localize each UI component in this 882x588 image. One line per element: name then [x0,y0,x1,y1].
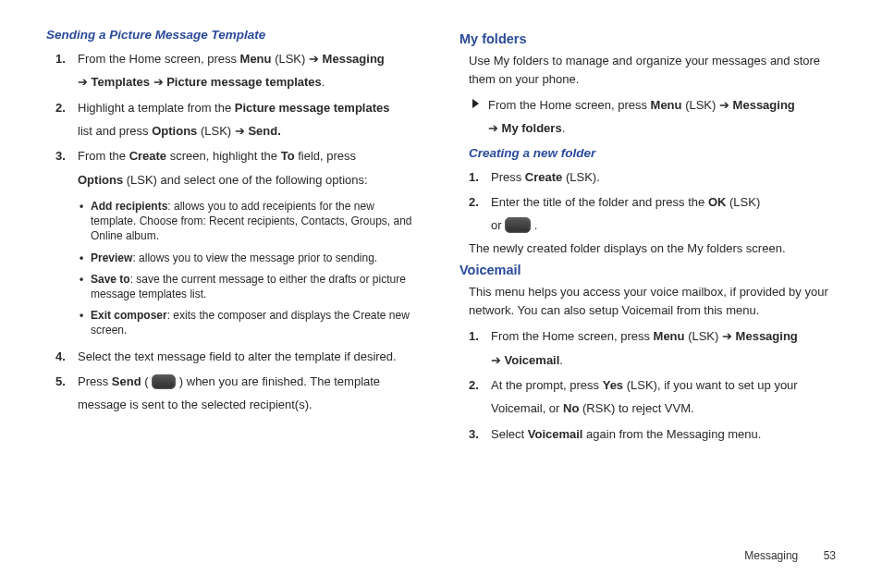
left-column: Sending a Picture Message Template From … [46,28,423,447]
my-folders-outro: The newly created folder displays on the… [459,239,836,258]
text: Press [491,170,525,184]
text: (RSK) to reject VVM. [579,401,693,415]
text: field, press [295,149,356,163]
center-key-icon [152,374,176,389]
bullet-exit-composer: Exit composer: exits the composer and di… [78,308,423,337]
heading-voicemail: Voicemail [459,263,836,277]
arrow-icon: ➔ [153,70,164,93]
heading-creating-folder: Creating a new folder [459,146,836,160]
bold: OK [708,195,727,209]
bullet-preview: Preview: allows you to view the message … [78,251,423,265]
bold: Exit composer [91,309,167,322]
text: (LSK). [562,170,599,184]
bold: Yes [603,378,623,392]
text: Enter the title of the folder and press … [491,195,708,209]
left-step-3: From the Create screen, highlight the To… [46,144,423,337]
creating-folder-steps: Press Create (LSK). Enter the title of t… [459,165,836,238]
arrow-icon: ➔ [235,119,245,142]
bold: Send. [245,124,281,138]
my-folders-intro: Use My folders to manage and organize yo… [459,52,836,88]
bold: Voicemail [528,427,583,441]
bullet-add-recipients: Add recipients: allows you to add receip… [78,199,423,244]
text: . [322,75,325,89]
text: or [491,218,505,232]
text: (LSK) [685,329,722,343]
text: list and press [78,124,152,138]
bold: Save to [91,273,130,286]
bold: Messaging [729,98,795,112]
left-step-2: Highlight a template from the Picture me… [46,96,423,143]
voicemail-intro: This menu helps you access your voice ma… [459,283,836,319]
left-step-1: From the Home screen, press Menu (LSK) ➔… [46,47,423,94]
text: . [562,121,566,135]
text: From the Home screen, press [488,98,651,112]
text: (LSK) [197,124,234,138]
bold: Menu [240,52,272,66]
my-folders-nav-step: From the Home screen, press Menu (LSK) ➔… [459,93,836,141]
text: Press [78,374,112,388]
two-column-layout: Sending a Picture Message Template From … [46,28,836,447]
footer-section: Messaging [744,549,798,562]
text: screen, highlight the [166,149,281,163]
bold: Picture message templates [164,75,322,89]
left-steps: From the Home screen, press Menu (LSK) ➔… [46,47,423,417]
text: At the prompt, press [491,378,603,392]
heading-sending-template: Sending a Picture Message Template [46,28,423,42]
bold: Options [78,173,123,187]
footer-page-number: 53 [824,549,836,562]
bold: My folders [498,121,562,135]
arrow-icon: ➔ [309,47,319,70]
arrow-icon: ➔ [78,70,88,93]
bold: Add recipients [91,200,167,213]
text: . [559,353,563,367]
bold: No [563,401,579,415]
center-key-icon [505,217,531,233]
text: (LSK) and select one of the following op… [123,173,368,187]
bold: Options [152,124,197,138]
triangle-bullet-icon [472,99,479,108]
arrow-icon: ➔ [491,349,501,372]
bold: Messaging [319,52,385,66]
bold: Create [129,149,166,163]
arrow-icon: ➔ [488,116,498,140]
create-step-2: Enter the title of the folder and press … [459,190,836,238]
page-footer: Messaging 53 [744,549,836,562]
text: (LSK) [726,195,760,209]
text: Select the text message field to alter t… [78,349,397,363]
text: . [531,218,537,232]
text: Select [491,427,528,441]
left-bullets: Add recipients: allows you to add receip… [78,199,423,338]
text: From the Home screen, press [78,52,240,66]
text: ( [141,374,153,388]
vm-step-1: From the Home screen, press Menu (LSK) ➔… [459,325,836,372]
bold: Create [525,170,562,184]
bold: Picture message templates [235,101,390,115]
vm-step-3: Select Voicemail again from the Messagin… [459,423,836,446]
text: again from the Messaging menu. [582,427,761,441]
bold: Send [112,374,141,388]
left-step-5: Press Send ( ) when you are finished. Th… [46,370,423,417]
arrow-icon: ➔ [722,325,732,348]
heading-my-folders: My folders [459,31,836,46]
vm-step-2: At the prompt, press Yes (LSK), if you w… [459,374,836,421]
bullet-save-to: Save to: save the current message to eit… [78,272,423,301]
arrow-icon: ➔ [719,93,729,116]
bold: Voicemail [501,353,559,367]
right-column: My folders Use My folders to manage and … [459,28,836,447]
text: : save the current message to either the… [91,273,406,300]
text: (LSK) [682,98,719,112]
text: From the [78,149,129,163]
text: From the Home screen, press [491,329,654,343]
bold: Templates [88,75,153,89]
bold: Preview [91,251,132,264]
voicemail-steps: From the Home screen, press Menu (LSK) ➔… [459,325,836,446]
bold: To [281,149,295,163]
text: From the Home screen, press Menu (LSK) ➔… [488,93,795,141]
create-step-1: Press Create (LSK). [459,165,836,189]
text: : allows you to view the message prior t… [132,251,377,264]
left-step-4: Select the text message field to alter t… [46,345,423,368]
text: (LSK) [272,52,309,66]
manual-page: Sending a Picture Message Template From … [0,0,882,588]
bold: Messaging [732,329,798,343]
bold: Menu [654,329,685,343]
